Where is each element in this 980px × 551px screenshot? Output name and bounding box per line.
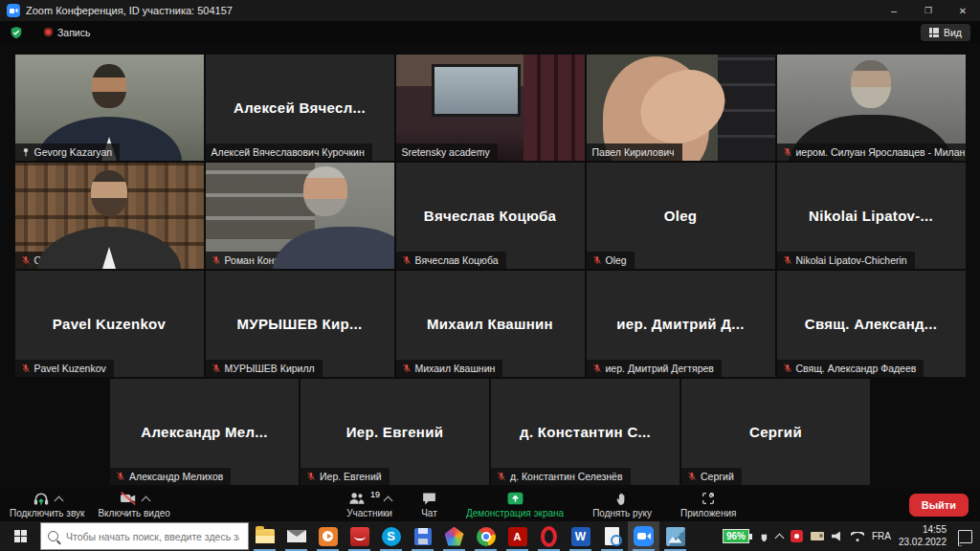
participant-tile[interactable]: Иер. Евгений Иер. Евгений	[301, 379, 489, 485]
participant-tile[interactable]: Алексей Вячесл... Алексей Вячеславович К…	[206, 55, 394, 161]
taskbar-app-zoom-app[interactable]	[628, 521, 659, 551]
participant-name-text: Сергий	[701, 471, 734, 482]
language-indicator[interactable]: FRA	[872, 531, 891, 541]
chat-button[interactable]: Чат	[417, 488, 441, 521]
apps-label: Приложения	[680, 508, 737, 518]
taskbar-app-pentagon[interactable]	[438, 521, 470, 551]
close-button[interactable]	[946, 0, 980, 21]
taskbar-search[interactable]	[40, 522, 249, 550]
search-input[interactable]	[64, 530, 241, 543]
floppy-icon	[414, 528, 432, 545]
mic-muted-icon	[497, 472, 506, 481]
mic-muted-icon	[116, 472, 125, 481]
participant-name-text: иер. Дмитрий Дегтярев	[606, 363, 714, 374]
share-screen-button[interactable]: Демонстрация экрана	[462, 488, 568, 521]
participant-tile[interactable]: МУРЫШЕВ Кир... МУРЫШЕВ Кирилл	[206, 271, 394, 377]
action-center-icon[interactable]	[958, 530, 972, 543]
participant-head	[92, 64, 126, 108]
network-wifi-icon[interactable]	[851, 532, 864, 541]
start-video-label: Включить видео	[98, 508, 170, 518]
participant-name-text: Павел Кирилович	[592, 146, 675, 158]
raise-hand-icon	[614, 491, 630, 506]
participant-name-text: Gevorg Kazaryan	[34, 146, 113, 158]
start-video-button[interactable]: Включить видео	[94, 488, 174, 521]
taskbar-clock[interactable]: 14:55 23.02.2022	[899, 524, 947, 548]
taskbar-app-acrobat[interactable]: A	[501, 521, 533, 551]
participant-head	[851, 60, 891, 108]
join-audio-button[interactable]: Подключить звук	[6, 488, 88, 521]
taskbar-app-viewer[interactable]	[596, 521, 628, 551]
participant-tile[interactable]: Сергий Сергий	[681, 379, 870, 485]
taskbar-apps: SAW	[249, 521, 691, 551]
mic-muted-icon	[21, 364, 31, 373]
encryption-shield-icon[interactable]	[10, 26, 23, 39]
participant-name-label: д. Константин Селезнёв	[491, 468, 631, 485]
taskbar-app-file-explorer[interactable]	[249, 521, 280, 551]
taskbar-app-mail[interactable]	[280, 521, 312, 551]
participant-name-label: Oleg	[587, 252, 635, 269]
toolbar-right-group: Выйти	[909, 488, 980, 521]
taskbar-app-mail-red[interactable]	[344, 521, 375, 551]
participant-head	[303, 166, 347, 216]
maximize-button[interactable]	[911, 0, 946, 21]
taskbar-app-chrome[interactable]	[470, 521, 501, 551]
viewer-icon	[605, 527, 619, 545]
participant-tile[interactable]: Вячеслав Коцюба Вячеслав Коцюба	[396, 163, 585, 269]
taskbar-app-photos[interactable]	[659, 521, 691, 551]
participant-tile[interactable]: Роман Конь	[206, 163, 394, 269]
clock-date: 23.02.2022	[899, 537, 947, 549]
meeting-info-bar: Запись Вид	[0, 21, 980, 43]
taskbar-app-word[interactable]: W	[565, 521, 596, 551]
taskbar-app-opera[interactable]	[533, 521, 565, 551]
participant-name-label: Свящ. Александр Фадеев	[777, 360, 924, 377]
participant-tile[interactable]: Oleg Oleg	[587, 163, 775, 269]
power-plug-icon[interactable]	[760, 531, 768, 541]
participant-tile[interactable]: Павел Кирилович	[587, 55, 775, 161]
participant-name-label: Александр Мелихов	[110, 468, 231, 485]
mail-red-icon	[350, 527, 369, 546]
participant-tile[interactable]: Pavel Kuzenkov Pavel Kuzenkov	[15, 271, 204, 377]
leave-button[interactable]: Выйти	[909, 494, 969, 517]
file-explorer-icon	[256, 529, 275, 543]
participant-tile[interactable]: Oleg Rodionov	[15, 163, 204, 269]
start-video-chevron-icon[interactable]	[142, 496, 151, 505]
participant-tile[interactable]: Sretensky academy	[396, 55, 585, 161]
mic-muted-icon	[306, 472, 316, 481]
participant-tile[interactable]: иер. Дмитрий Д... иер. Дмитрий Дегтярев	[587, 271, 775, 377]
join-audio-chevron-icon[interactable]	[55, 496, 64, 505]
participants-button[interactable]: 19 Участники	[343, 488, 396, 521]
window-controls	[877, 0, 980, 21]
participants-chevron-icon[interactable]	[384, 496, 393, 505]
start-button[interactable]	[0, 521, 40, 551]
participants-label: Участники	[346, 508, 392, 518]
participant-tile[interactable]: Александр Мел... Александр Мелихов	[110, 379, 299, 485]
participant-tile[interactable]: Михаил Квашнин Михаил Квашнин	[396, 271, 585, 377]
participants-count-badge: 19	[370, 490, 380, 499]
view-button[interactable]: Вид	[921, 24, 970, 41]
tray-app-red-icon[interactable]	[791, 530, 803, 542]
join-audio-label: Подключить звук	[10, 508, 84, 518]
battery-icon[interactable]: 96%	[723, 529, 749, 543]
taskbar-app-skype[interactable]: S	[375, 521, 407, 551]
minimize-button[interactable]	[877, 0, 911, 21]
participant-tile[interactable]: Nikolai Lipatov-... Nikolai Lipatov-Chic…	[777, 163, 966, 269]
participant-name-label: иером. Силуан Ярославцев - Милан	[777, 143, 966, 161]
mic-muted-icon	[592, 364, 602, 373]
participant-tile[interactable]: д. Константин С... д. Константин Селезнё…	[491, 379, 679, 485]
toolbar-center-group: 19 Участники Чат	[343, 488, 740, 521]
tray-camera-icon[interactable]	[811, 532, 824, 540]
apps-button[interactable]: Приложения	[677, 488, 741, 521]
mic-muted-icon	[783, 147, 792, 157]
participant-tile[interactable]: иером. Силуан Ярославцев - Милан	[777, 55, 966, 161]
pentagon-icon	[445, 527, 464, 546]
taskbar-app-media-player[interactable]	[312, 521, 344, 551]
volume-icon[interactable]	[832, 531, 843, 541]
share-screen-label: Демонстрация экрана	[466, 508, 564, 518]
taskbar-app-floppy[interactable]	[407, 521, 438, 551]
raise-hand-button[interactable]: Поднять руку	[589, 488, 656, 521]
participant-tile[interactable]: Свящ. Александ... Свящ. Александр Фадеев	[777, 271, 966, 377]
participant-tile[interactable]: Gevorg Kazaryan	[15, 55, 204, 161]
participant-name-text: Pavel Kuzenkov	[34, 363, 106, 374]
tray-expand-chevron-icon[interactable]	[774, 533, 784, 542]
participant-name-label: Алексей Вячеславович Курочкин	[206, 143, 372, 161]
